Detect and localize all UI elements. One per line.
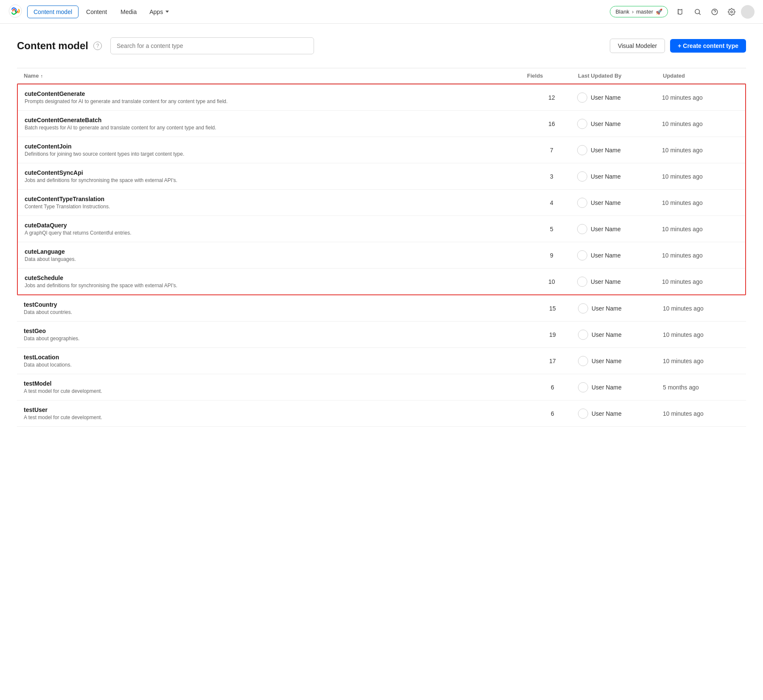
row-name-block: testLocation Data about locations.: [24, 354, 527, 368]
row-name-block: testUser A test model for cute developme…: [24, 406, 527, 420]
fields-count: 7: [526, 147, 577, 154]
content-type-desc: A test model for cute development.: [24, 414, 527, 420]
nav-flag-button[interactable]: [673, 4, 688, 20]
table-row[interactable]: cuteContentSyncApi Jobs and definitions …: [18, 163, 745, 190]
fields-count: 6: [527, 384, 578, 391]
env-branch: master: [636, 8, 653, 15]
content-type-name[interactable]: cuteContentGenerateBatch: [25, 117, 526, 123]
search-input[interactable]: [110, 37, 314, 54]
content-type-name[interactable]: testLocation: [24, 354, 527, 361]
updated-time: 5 months ago: [663, 384, 739, 391]
user-avatar[interactable]: [741, 5, 755, 19]
last-updated-by: User Name: [578, 409, 663, 419]
table-row[interactable]: cuteLanguage Data about languages. 9 Use…: [18, 242, 745, 269]
user-name: User Name: [591, 278, 621, 285]
content-type-name[interactable]: cuteContentSyncApi: [25, 169, 526, 176]
content-type-name[interactable]: testCountry: [24, 301, 527, 308]
env-badge[interactable]: Blank › master 🚀: [610, 6, 668, 17]
row-name-block: testCountry Data about countries.: [24, 301, 527, 315]
svg-line-3: [699, 13, 700, 14]
user-avatar-sm: [578, 303, 588, 314]
content-type-name[interactable]: cuteLanguage: [25, 248, 526, 255]
table-row[interactable]: cuteContentTypeTranslation Content Type …: [18, 190, 745, 216]
last-updated-by: User Name: [578, 330, 663, 340]
content-type-name[interactable]: cuteDataQuery: [25, 222, 526, 229]
row-name-block: cuteContentGenerate Prompts designated f…: [25, 90, 526, 104]
content-type-name[interactable]: testGeo: [24, 328, 527, 334]
user-avatar-sm: [577, 224, 587, 234]
nav-apps[interactable]: Apps: [144, 6, 174, 18]
table-row[interactable]: cuteContentGenerateBatch Batch requests …: [18, 111, 745, 137]
table-row[interactable]: cuteSchedule Jobs and definitions for sy…: [18, 269, 745, 294]
nav-help-button[interactable]: [707, 4, 722, 20]
page-title: Content model: [17, 40, 88, 52]
fields-count: 9: [526, 252, 577, 259]
last-updated-by: User Name: [577, 250, 662, 260]
table-row[interactable]: testUser A test model for cute developme…: [17, 400, 746, 427]
updated-time: 10 minutes ago: [662, 94, 738, 101]
content-type-desc: Data about locations.: [24, 362, 527, 368]
fields-count: 12: [526, 94, 577, 101]
nav-search-button[interactable]: [690, 4, 705, 20]
user-avatar-sm: [578, 409, 588, 419]
table-header: Name ↑ Fields Last Updated By Updated: [17, 68, 746, 84]
user-name: User Name: [592, 305, 622, 312]
topnav: Content model Content Media Apps Blank ›…: [0, 0, 763, 24]
table-row[interactable]: cuteContentJoin Definitions for joining …: [18, 137, 745, 163]
sort-arrow-icon: ↑: [40, 73, 43, 78]
visual-modeler-button[interactable]: Visual Modeler: [610, 39, 665, 53]
table-row[interactable]: testModel A test model for cute developm…: [17, 374, 746, 400]
nav-content[interactable]: Content: [80, 6, 113, 18]
nav-media[interactable]: Media: [115, 6, 143, 18]
user-name: User Name: [591, 94, 621, 101]
logo[interactable]: [8, 4, 22, 19]
fields-count: 17: [527, 358, 578, 364]
column-fields: Fields: [527, 73, 578, 79]
user-name: User Name: [592, 358, 622, 364]
fields-count: 16: [526, 120, 577, 127]
nav-settings-button[interactable]: [724, 4, 739, 20]
fields-count: 6: [527, 410, 578, 417]
row-name-block: cuteContentSyncApi Jobs and definitions …: [25, 169, 526, 183]
help-icon[interactable]: ?: [93, 42, 102, 50]
updated-time: 10 minutes ago: [662, 199, 738, 206]
row-name-block: cuteContentTypeTranslation Content Type …: [25, 196, 526, 210]
content-type-name[interactable]: cuteContentTypeTranslation: [25, 196, 526, 202]
content-type-desc: Prompts designated for AI to generate an…: [25, 98, 526, 104]
updated-time: 10 minutes ago: [662, 252, 738, 259]
column-last-updated-by: Last Updated By: [578, 73, 663, 79]
table-row[interactable]: testCountry Data about countries. 15 Use…: [17, 295, 746, 322]
user-name: User Name: [591, 199, 621, 206]
content-type-desc: Data about geographies.: [24, 336, 527, 342]
content-type-name[interactable]: cuteSchedule: [25, 274, 526, 281]
fields-count: 4: [526, 199, 577, 206]
user-name: User Name: [591, 147, 621, 154]
fields-count: 5: [526, 226, 577, 232]
user-name: User Name: [591, 173, 621, 180]
main-content: Content model ? Visual Modeler + Create …: [0, 24, 763, 440]
create-content-type-button[interactable]: + Create content type: [670, 39, 746, 53]
last-updated-by: User Name: [578, 356, 663, 366]
fields-count: 3: [526, 173, 577, 180]
table-row[interactable]: testGeo Data about geographies. 19 User …: [17, 322, 746, 348]
content-type-name[interactable]: testModel: [24, 380, 527, 387]
content-type-name[interactable]: cuteContentJoin: [25, 143, 526, 150]
last-updated-by: User Name: [577, 224, 662, 234]
last-updated-by: User Name: [577, 92, 662, 103]
table-row[interactable]: testLocation Data about locations. 17 Us…: [17, 348, 746, 374]
content-type-name[interactable]: cuteContentGenerate: [25, 90, 526, 97]
updated-time: 10 minutes ago: [663, 331, 739, 338]
user-name: User Name: [592, 331, 622, 338]
table-row[interactable]: cuteDataQuery A graphQl query that retur…: [18, 216, 745, 242]
apps-label: Apps: [149, 8, 163, 15]
row-name-block: testModel A test model for cute developm…: [24, 380, 527, 394]
user-avatar-sm: [577, 171, 587, 182]
nav-content-model[interactable]: Content model: [27, 6, 79, 18]
column-name[interactable]: Name ↑: [24, 73, 527, 79]
env-arrow: ›: [632, 8, 634, 15]
last-updated-by: User Name: [578, 382, 663, 392]
normal-rows: testCountry Data about countries. 15 Use…: [17, 295, 746, 427]
user-name: User Name: [591, 226, 621, 232]
content-type-name[interactable]: testUser: [24, 406, 527, 413]
table-row[interactable]: cuteContentGenerate Prompts designated f…: [18, 84, 745, 111]
